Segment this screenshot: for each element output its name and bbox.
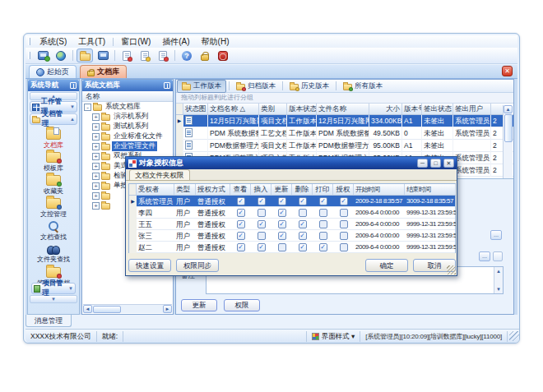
nav-item-template-library[interactable]: 模板库 bbox=[30, 150, 77, 173]
dialog-titlebar[interactable]: 对象授权信息 ─ □ ✕ bbox=[126, 157, 457, 169]
table-row[interactable]: PDM 系统数据整理检... 工艺文档 工作版本 PDM 系统数据整理... 4… bbox=[176, 127, 513, 140]
tree-item[interactable]: + 企业标准化文件 bbox=[82, 131, 173, 141]
ok-button[interactable]: 确定 bbox=[365, 259, 408, 272]
print-checkbox[interactable] bbox=[319, 232, 327, 240]
column-status[interactable]: 状态图 bbox=[183, 104, 208, 114]
expand-icon[interactable]: + bbox=[92, 182, 100, 190]
column-version-no[interactable]: 版本号 bbox=[402, 104, 422, 114]
menu-window[interactable]: 窗口(W) bbox=[115, 35, 156, 48]
table-row[interactable]: PDM数据整理方案.doc 项目文档 工作版本 PDM数据整理方案.doc 95… bbox=[176, 140, 513, 152]
column-update[interactable]: 更新 bbox=[272, 184, 292, 195]
view-checkbox[interactable] bbox=[237, 220, 245, 228]
tree-item-root[interactable]: - 系统文档库 bbox=[82, 102, 173, 112]
grant-checkbox[interactable] bbox=[340, 220, 348, 228]
expand-icon[interactable]: + bbox=[92, 202, 100, 210]
permission-row[interactable]: 张三 用户 普通授权 2009-6-4 0:00:00 9999-12-31 2… bbox=[129, 230, 455, 242]
column-doc-name[interactable]: 文档名称 △ bbox=[208, 104, 259, 114]
insert-checkbox[interactable] bbox=[258, 220, 266, 228]
column-print[interactable]: 打印 bbox=[313, 184, 333, 195]
close-button[interactable]: ✕ bbox=[443, 159, 454, 168]
interface-style-selector[interactable]: 界面样式 ▾ bbox=[307, 331, 361, 342]
column-start-time[interactable]: 开始时间 bbox=[354, 184, 405, 195]
expand-icon[interactable]: + bbox=[92, 123, 100, 131]
tab-working-version[interactable]: 工作版本 bbox=[177, 80, 226, 93]
quick-setup-button[interactable]: 快速设置 bbox=[128, 259, 171, 272]
column-checkout-status[interactable]: 签出状态 bbox=[422, 104, 453, 114]
tab-document-library[interactable]: 文档库 bbox=[80, 65, 127, 78]
pin-icon[interactable] bbox=[70, 82, 77, 89]
menu-help[interactable]: 帮助(H) bbox=[196, 35, 235, 48]
doc-new-button[interactable] bbox=[118, 48, 135, 62]
print-checkbox[interactable] bbox=[319, 243, 327, 251]
expand-icon[interactable]: + bbox=[92, 163, 100, 170]
column-grant[interactable]: 授权 bbox=[333, 184, 354, 195]
scroll-up-arrow[interactable]: ▲ bbox=[504, 105, 513, 113]
grant-checkbox[interactable] bbox=[340, 232, 348, 240]
grant-checkbox[interactable] bbox=[340, 197, 348, 205]
pin-icon[interactable] bbox=[164, 82, 170, 89]
update-checkbox[interactable] bbox=[278, 209, 286, 217]
view-checkbox[interactable] bbox=[237, 232, 245, 240]
network-button[interactable] bbox=[53, 48, 69, 62]
scroll-left-arrow[interactable]: ◄ bbox=[83, 305, 92, 313]
exit-button[interactable]: ◯ bbox=[215, 48, 231, 62]
delete-checkbox[interactable] bbox=[299, 243, 307, 251]
nav-item-document-library[interactable]: 文档库 bbox=[30, 127, 77, 150]
grant-checkbox[interactable] bbox=[340, 243, 348, 251]
doc-open-button[interactable] bbox=[137, 48, 153, 62]
chevron-up-icon[interactable]: ▲ bbox=[70, 117, 75, 122]
permission-row[interactable]: 赵二 用户 普通授权 2009-6-4 0:00:00 9999-12-31 2… bbox=[129, 242, 455, 253]
tab-folder-permissions[interactable]: 文档文件夹权限 bbox=[129, 169, 190, 180]
expand-icon[interactable]: + bbox=[92, 192, 100, 200]
tab-start-page[interactable]: 起始页 bbox=[29, 65, 77, 78]
permission-row[interactable]: 李四 用户 普通授权 2009-6-4 0:00:00 9999-12-31 2… bbox=[129, 207, 455, 219]
chevron-down-icon[interactable]: ▼ bbox=[68, 286, 73, 291]
column-end-time[interactable]: 结束时间 bbox=[405, 184, 456, 195]
scroll-up-arrow[interactable]: ▲ bbox=[496, 267, 501, 275]
lock-button[interactable] bbox=[197, 48, 213, 62]
view-checkbox[interactable] bbox=[237, 243, 245, 251]
tab-history-version[interactable]: 历史版本 bbox=[285, 81, 333, 92]
small-button[interactable] bbox=[493, 251, 503, 261]
column-size[interactable]: 大小 bbox=[369, 104, 402, 114]
column-checkout-user[interactable]: 签出用户 bbox=[453, 104, 491, 114]
insert-checkbox[interactable] bbox=[258, 243, 266, 251]
view-checkbox[interactable] bbox=[237, 197, 245, 205]
print-checkbox[interactable] bbox=[319, 220, 327, 228]
delete-checkbox[interactable] bbox=[299, 197, 307, 205]
nav-item-doc-search[interactable]: 文档查找 bbox=[30, 219, 77, 242]
tab-message-management[interactable]: 消息管理 bbox=[26, 315, 72, 327]
column-type[interactable]: 类型 bbox=[174, 184, 196, 195]
permission-sync-button[interactable]: 权限同步 bbox=[176, 259, 219, 272]
column-file-name[interactable]: 文件名称 bbox=[317, 104, 369, 114]
scroll-thumb[interactable] bbox=[504, 114, 513, 142]
tab-archived-version[interactable]: 归档版本 bbox=[232, 81, 280, 92]
column-version-status[interactable]: 版本状态 bbox=[287, 104, 317, 114]
scroll-down-arrow[interactable]: ▼ bbox=[496, 285, 501, 293]
section-project-management[interactable]: 项目管理 ▼ bbox=[31, 283, 76, 294]
view-checkbox[interactable] bbox=[237, 209, 245, 217]
ellipsis-button[interactable]: ... bbox=[490, 230, 502, 240]
column-grantee[interactable]: 受权者 bbox=[137, 184, 174, 195]
expand-icon[interactable]: + bbox=[92, 143, 100, 150]
column-view[interactable]: 查看 bbox=[230, 184, 251, 195]
tab-all-versions[interactable]: 所有版本 bbox=[339, 81, 387, 92]
update-button[interactable]: 更新 bbox=[181, 299, 217, 311]
table-row[interactable]: ▶ 12月5日万兴隆网行... 项目文档 工作版本 12月5日万兴隆网行... … bbox=[176, 115, 513, 127]
group-by-hint[interactable]: 拖动列标题到此进行分组 bbox=[176, 93, 513, 104]
expand-icon[interactable]: + bbox=[92, 133, 100, 141]
expand-icon[interactable]: + bbox=[92, 173, 100, 180]
expand-icon[interactable]: + bbox=[92, 113, 100, 121]
minimize-button[interactable]: ─ bbox=[417, 159, 428, 168]
close-panel-button[interactable]: ✕ bbox=[502, 66, 513, 76]
menu-system[interactable]: 系统(S) bbox=[34, 35, 72, 48]
column-grant-mode[interactable]: 授权方式 bbox=[196, 184, 230, 195]
tree-item[interactable]: + 演示机系列 bbox=[82, 112, 173, 122]
print-checkbox[interactable] bbox=[319, 209, 327, 217]
section-document-management[interactable]: 文档管理 ▲ bbox=[30, 113, 77, 125]
collapse-expander-icon[interactable]: - bbox=[84, 104, 91, 111]
insert-checkbox[interactable] bbox=[258, 197, 266, 205]
permission-row[interactable]: ▶ 系统管理员 用户 普通授权 2009-2-18 8:35:57 3009-2… bbox=[129, 196, 455, 207]
permission-row[interactable]: 王五 用户 普通授权 2009-6-4 0:00:00 9999-12-31 2… bbox=[129, 219, 455, 230]
nav-item-folder-search[interactable]: 文件夹查找 bbox=[30, 242, 77, 265]
